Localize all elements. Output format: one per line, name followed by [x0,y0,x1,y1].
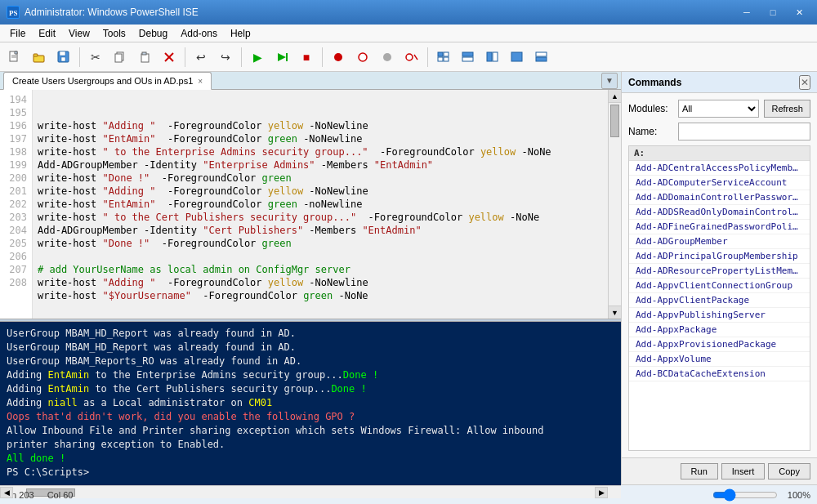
code-line-194 [38,107,43,118]
run-btn[interactable]: Run [681,463,718,479]
window-title: Administrator: Windows PowerShell ISE [25,7,735,18]
code-line-208: write-host "$YourUsername" -ForegroundCo… [38,290,368,301]
cmd-item-9[interactable]: Add-AppvClientPackage [629,293,810,308]
menu-view[interactable]: View [62,25,96,42]
line-num: 195 [5,106,27,119]
editor-h-scrollbar[interactable]: ◀ ▶ [0,485,621,498]
commands-header: Commands ✕ [622,72,817,93]
line-num: 196 [5,119,27,132]
cmd-item-14[interactable]: Add-BCDataCacheExtension [629,367,810,381]
editor-top: 194 195 196 197 198 199 200 201 202 203 … [0,90,621,319]
scroll-left-btn[interactable]: ◀ [0,487,13,498]
console-line-10: All done ! [7,452,614,466]
debug-remove-bp-btn[interactable] [351,46,374,69]
cmd-item-10[interactable]: Add-AppvPublishingServer [629,308,810,323]
run-selection-btn[interactable] [270,46,293,69]
scroll-up-btn[interactable]: ▲ [609,90,621,103]
code-line-207: write-host "Adding " -ForegroundColor ye… [38,277,368,288]
debug-remove-all-btn[interactable] [400,46,423,69]
cmd-item-2[interactable]: Add-ADDomainControllerPasswordRep [629,190,810,205]
code-line-204: write-host "Done !" -ForegroundColor gre… [38,238,292,249]
zoom-full-btn[interactable] [506,46,529,69]
line-numbers: 194 195 196 197 198 199 200 201 202 203 … [0,90,33,319]
undo-btn[interactable]: ↩ [190,46,212,69]
zoom-console-btn[interactable] [530,46,553,69]
scroll-down-btn[interactable]: ▼ [609,306,621,319]
commands-list: A: Add-ADCentralAccessPolicyMember Add-A… [628,145,810,451]
save-btn[interactable] [52,46,75,69]
menu-addons[interactable]: Add-ons [174,25,224,42]
svg-rect-28 [462,57,473,61]
modules-select[interactable]: All ActiveDirectory NetTCPIP CimCmdlets [678,100,759,118]
zoom-slider[interactable] [712,492,778,498]
menu-edit[interactable]: Edit [32,25,62,42]
paste-btn[interactable] [133,46,156,69]
debug-toggle-bp-btn[interactable] [376,46,399,69]
menu-help[interactable]: Help [224,25,257,42]
zoom-vertical-btn[interactable] [457,46,480,69]
scroll-right-btn[interactable]: ▶ [595,487,608,498]
zoom-horizontal-btn[interactable] [481,46,504,69]
toolbar-sep-1 [79,47,80,67]
code-line-206: # add YourUserName as local admin on Con… [38,264,350,275]
editor-v-scrollbar[interactable]: ▲ ▼ [608,90,621,319]
code-line-199: write-host "Done !" -ForegroundColor gre… [38,172,292,184]
new-file-btn[interactable] [3,46,26,69]
line-num: 206 [5,250,27,263]
name-input[interactable] [678,123,810,140]
cmd-item-8[interactable]: Add-AppvClientConnectionGroup [629,279,810,293]
tab-close-btn[interactable]: × [198,77,203,86]
cmd-item-3[interactable]: Add-ADDSReadOnlyDomainController [629,205,810,220]
code-line-196: write-host "EntAmin" -ForegroundColor gr… [38,133,362,145]
cmd-item-5[interactable]: Add-ADGroupMember [629,234,810,249]
console-line-7: Oops that'd didn't work, did you enable … [7,410,614,424]
svg-text:PS: PS [9,9,18,17]
cmd-item-4[interactable]: Add-ADFineGrainedPasswordPolicySub [629,220,810,234]
menu-tools[interactable]: Tools [96,25,132,42]
zoom-open-btn[interactable] [432,46,455,69]
refresh-btn[interactable]: Refresh [764,100,810,118]
cmd-item-13[interactable]: Add-AppxVolume [629,352,810,367]
svg-rect-13 [142,52,146,55]
cmd-item-12[interactable]: Add-AppxProvisionedPackage [629,337,810,352]
toolbar: ✂ ↩ ↪ ▶ ■ [0,42,817,72]
debug-new-bp-btn[interactable] [327,46,350,69]
redo-btn[interactable]: ↪ [214,46,237,69]
cmd-item-7[interactable]: Add-ADResourcePropertyListMember [629,264,810,279]
maximize-btn[interactable]: □ [761,4,784,20]
svg-rect-33 [536,52,547,56]
copy-action-btn[interactable]: Copy [768,463,810,479]
line-num: 202 [5,198,27,211]
code-line-195: write-host "Adding " -ForegroundColor ye… [38,120,368,132]
menu-debug[interactable]: Debug [132,25,174,42]
menu-file[interactable]: File [3,25,32,42]
stop-btn[interactable]: ■ [295,46,318,69]
commands-close-btn[interactable]: ✕ [799,75,810,90]
minimize-btn[interactable]: ─ [735,4,758,20]
line-num: 197 [5,132,27,145]
cmd-item-6[interactable]: Add-ADPrincipalGroupMembership [629,249,810,264]
code-editor-content[interactable]: write-host "Adding " -ForegroundColor ye… [33,90,608,319]
tab-label: Create Users Usergroups and OUs in AD.ps… [12,76,193,86]
cmd-item-1[interactable]: Add-ADComputerServiceAccount [629,176,810,190]
cmd-item-11[interactable]: Add-AppxPackage [629,323,810,337]
commands-body: Modules: All ActiveDirectory NetTCPIP Ci… [622,93,817,457]
open-btn[interactable] [28,46,51,69]
close-btn[interactable]: ✕ [788,4,810,20]
clear-btn[interactable] [158,46,181,69]
editor-tab[interactable]: Create Users Usergroups and OUs in AD.ps… [3,72,212,90]
editor-container: 194 195 196 197 198 199 200 201 202 203 … [0,90,621,498]
cmd-item-0[interactable]: Add-ADCentralAccessPolicyMember [629,161,810,176]
status-zoom: 100% [788,490,810,500]
tab-scroll-btn[interactable]: ▼ [601,73,618,89]
run-btn[interactable]: ▶ [246,46,269,69]
copy-btn[interactable] [109,46,132,69]
insert-btn[interactable]: Insert [721,463,766,479]
cut-btn[interactable]: ✂ [84,46,107,69]
svg-rect-8 [60,51,65,56]
svg-rect-11 [115,54,122,62]
tab-bar: Create Users Usergroups and OUs in AD.ps… [0,72,621,90]
toolbar-sep-4 [322,47,323,67]
line-num: 194 [5,93,27,106]
scroll-thumb-v[interactable] [610,105,619,137]
